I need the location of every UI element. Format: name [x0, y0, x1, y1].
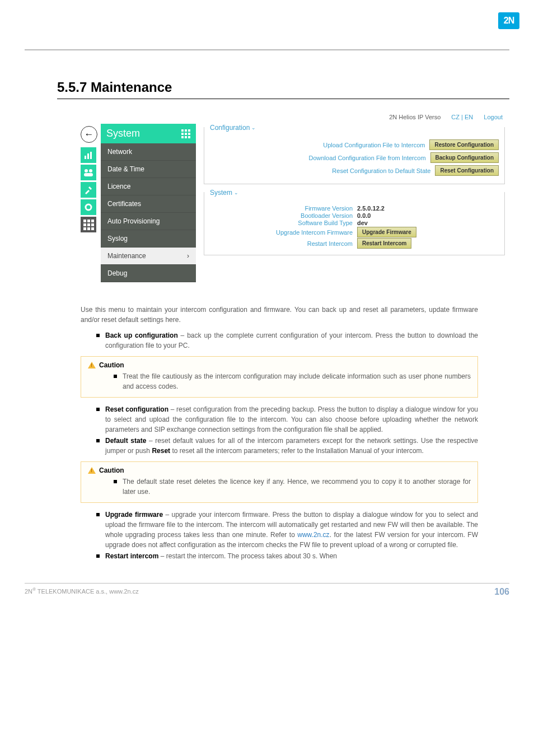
bullet-reset-term: Reset configuration: [105, 405, 168, 413]
grid-icon[interactable]: [81, 217, 96, 232]
page-number: 106: [494, 587, 509, 597]
svg-rect-1: [87, 153, 89, 159]
row-bootloader-version: Bootloader Version 0.0.0: [210, 212, 499, 219]
bullet-backup-term: Back up configuration: [105, 332, 178, 339]
backup-label: Download Configuration File from Interco…: [308, 155, 425, 161]
caution-text-1: Treat the file cautiously as the interco…: [114, 371, 471, 391]
svg-rect-2: [90, 152, 92, 159]
sidebar-grid-icon: [181, 129, 190, 138]
row-backup: Download Configuration File from Interco…: [210, 152, 499, 163]
embedded-app: 2N Helios IP Verso CZ | EN Logout ←: [81, 111, 509, 293]
row-restart-intercom: Restart Intercom Restart Intercom: [210, 238, 499, 249]
restart-intercom-button[interactable]: Restart Intercom: [357, 238, 411, 249]
bullet-list-3: Upgrade firmware – upgrade your intercom…: [96, 510, 478, 561]
restart-label: Restart Intercom: [210, 240, 353, 247]
icon-column: ←: [81, 124, 97, 234]
app-top-bar: 2N Helios IP Verso CZ | EN Logout: [81, 114, 509, 120]
upgrade-firmware-button[interactable]: Upgrade Firmware: [357, 227, 416, 237]
caution-label-2: Caution: [99, 466, 124, 474]
bullet-restart-term: Restart intercom: [105, 552, 158, 560]
upgrade-label: Upgrade Intercom Firmware: [210, 229, 353, 236]
reset-label: Reset Configuration to Default State: [332, 167, 430, 174]
sidebar-item-syslog[interactable]: Syslog: [101, 230, 196, 248]
caution-title: Caution: [88, 361, 471, 369]
users-icon[interactable]: [81, 165, 96, 180]
bootloader-version-value: 0.0.0: [357, 212, 371, 219]
brand-logo: 2N: [498, 12, 519, 29]
bullet-default-term: Default state: [105, 437, 146, 445]
intro-paragraph: Use this menu to maintain your intercom …: [81, 305, 478, 325]
bullet-reset: Reset configuration – reset configuratio…: [96, 404, 478, 435]
caution-box-2: Caution The default state reset deletes …: [81, 461, 478, 503]
sidebar-list: Network Date & Time Licence Certificates…: [101, 143, 196, 282]
product-name: 2N Helios IP Verso: [389, 114, 441, 120]
firmware-version-label: Firmware Version: [210, 205, 353, 212]
sidebar-item-datetime[interactable]: Date & Time: [101, 161, 196, 178]
bullet-backup: Back up configuration – back up the comp…: [96, 330, 478, 351]
bullet-default-rest-b: to reset all the intercom parameters; re…: [170, 447, 424, 455]
sidebar-item-licence[interactable]: Licence: [101, 178, 196, 195]
sidebar-item-certificates[interactable]: Certificates: [101, 195, 196, 213]
sidebar-item-debug[interactable]: Debug: [101, 265, 196, 282]
sidebar-item-maintenance[interactable]: Maintenance ›: [101, 248, 196, 265]
lang-switch[interactable]: CZ | EN: [451, 114, 473, 120]
caution-box-1: Caution Treat the file cautiously as the…: [81, 356, 478, 398]
svg-point-3: [85, 169, 88, 172]
svg-point-7: [87, 206, 90, 208]
chevron-right-icon: ›: [187, 252, 189, 260]
warning-icon: [88, 467, 96, 474]
reset-configuration-button[interactable]: Reset Configuration: [435, 165, 499, 176]
caution-text-2: The default state reset deletes the lice…: [114, 477, 471, 497]
warning-icon: [88, 362, 96, 368]
restore-configuration-button[interactable]: Restore Configuration: [429, 139, 499, 150]
svg-rect-0: [85, 156, 86, 159]
sidebar-item-label: Maintenance: [107, 252, 146, 260]
configuration-legend[interactable]: Configuration⌄: [210, 124, 259, 132]
sidebar-header[interactable]: System: [101, 124, 196, 143]
restore-label: Upload Configuration File to Intercom: [323, 142, 425, 148]
gear-icon[interactable]: [81, 199, 96, 215]
bullet-upgrade: Upgrade firmware – upgrade your intercom…: [96, 510, 478, 550]
caution-title-2: Caution: [88, 466, 471, 474]
main-pane: Configuration⌄ Upload Configuration File…: [196, 124, 509, 263]
sidebar: System Network Date & Time Licence Certi…: [101, 124, 196, 282]
bullet-list-1: Back up configuration – back up the comp…: [96, 330, 478, 351]
sidebar-item-autoprov[interactable]: Auto Provisioning: [101, 213, 196, 230]
row-restore: Upload Configuration File to Intercom Re…: [210, 139, 499, 150]
bootloader-version-label: Bootloader Version: [210, 212, 353, 219]
sidebar-title: System: [106, 128, 140, 139]
configuration-panel: Configuration⌄ Upload Configuration File…: [204, 127, 505, 184]
system-panel: System⌄ Firmware Version 2.5.0.12.2 Boot…: [204, 192, 505, 255]
build-type-label: Software Build Type: [210, 220, 353, 226]
page-footer: 2N® TELEKOMUNIKACE a.s., www.2n.cz 106: [25, 583, 509, 597]
row-firmware-version: Firmware Version 2.5.0.12.2: [210, 205, 499, 212]
build-type-value: dev: [357, 220, 368, 226]
svg-rect-5: [84, 173, 93, 176]
backup-configuration-button[interactable]: Backup Configuration: [430, 152, 499, 163]
chevron-down-icon: ⌄: [251, 125, 256, 130]
bullet-default: Default state – reset default values for…: [96, 436, 478, 456]
bullet-restart: Restart intercom – restart the intercom.…: [96, 551, 478, 561]
tools-icon[interactable]: [81, 182, 96, 198]
chart-icon[interactable]: [81, 147, 96, 163]
logout-link[interactable]: Logout: [484, 114, 503, 120]
row-build-type: Software Build Type dev: [210, 220, 499, 226]
back-button[interactable]: ←: [81, 126, 97, 143]
back-arrow-icon: ←: [85, 129, 94, 140]
sidebar-item-network[interactable]: Network: [101, 143, 196, 161]
intro-text: Use this menu to maintain your intercom …: [81, 305, 478, 325]
footer-left: 2N® TELEKOMUNIKACE a.s., www.2n.cz: [25, 587, 139, 597]
row-upgrade-firmware: Upgrade Intercom Firmware Upgrade Firmwa…: [210, 227, 499, 237]
svg-point-4: [89, 169, 92, 172]
header-separator: [25, 49, 509, 50]
row-reset: Reset Configuration to Default State Res…: [210, 165, 499, 176]
brand-logo-text: 2N: [504, 16, 514, 26]
firmware-version-value: 2.5.0.12.2: [357, 205, 385, 212]
page-title: 5.5.7 Maintenance: [57, 80, 534, 95]
caution-label: Caution: [99, 361, 124, 369]
title-separator: [57, 99, 509, 99]
bullet-list-2: Reset configuration – reset configuratio…: [96, 404, 478, 456]
system-legend[interactable]: System⌄: [210, 189, 242, 197]
link-2n-cz[interactable]: www.2n.cz: [297, 531, 329, 539]
bullet-upgrade-term: Upgrade firmware: [105, 511, 163, 519]
